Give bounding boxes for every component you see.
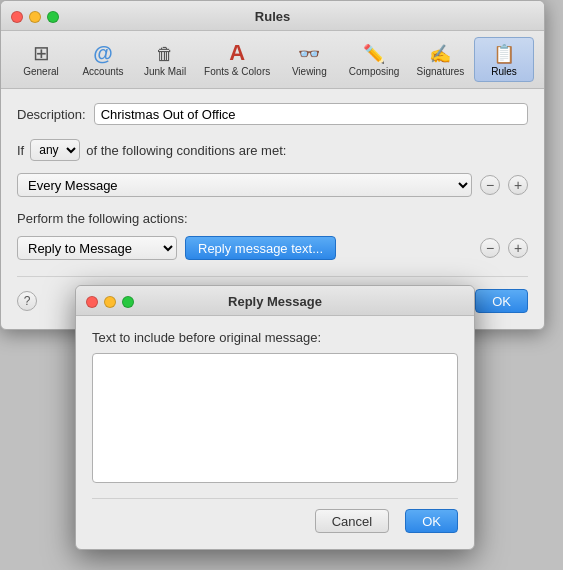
reply-ok-button[interactable]: OK xyxy=(405,509,458,533)
reply-minimize-btn[interactable] xyxy=(104,296,116,308)
toolbar-label-viewing: Viewing xyxy=(292,66,327,77)
reply-maximize-btn[interactable] xyxy=(122,296,134,308)
add-condition-btn[interactable]: + xyxy=(508,175,528,195)
toolbar-label-general: General xyxy=(23,66,59,77)
description-row: Description: xyxy=(17,103,528,125)
reply-textarea[interactable] xyxy=(92,353,458,483)
fonts-icon xyxy=(229,42,245,64)
toolbar-label-rules: Rules xyxy=(491,66,517,77)
if-label: If xyxy=(17,143,24,158)
window-title: Rules xyxy=(255,9,290,24)
actions-label: Perform the following actions: xyxy=(17,211,528,226)
viewing-icon xyxy=(298,42,320,64)
reply-close-btn[interactable] xyxy=(86,296,98,308)
remove-action-btn[interactable]: − xyxy=(480,238,500,258)
actions-row: Reply to Message Move Message Copy Messa… xyxy=(17,236,528,260)
action-select[interactable]: Reply to Message Move Message Copy Messa… xyxy=(17,236,177,260)
close-btn[interactable] xyxy=(11,11,23,23)
condition-select-row: Every Message From To Subject − + xyxy=(17,173,528,197)
toolbar-item-accounts[interactable]: Accounts xyxy=(73,37,133,82)
reply-dialog: Reply Message Text to include before ori… xyxy=(75,285,475,550)
remove-condition-btn[interactable]: − xyxy=(480,175,500,195)
reply-message-text-btn[interactable]: Reply message text... xyxy=(185,236,336,260)
add-action-btn[interactable]: + xyxy=(508,238,528,258)
minimize-btn[interactable] xyxy=(29,11,41,23)
rules-icon xyxy=(493,42,515,64)
help-button[interactable]: ? xyxy=(17,291,37,311)
toolbar-item-viewing[interactable]: Viewing xyxy=(279,37,339,82)
reply-instructions: Text to include before original message: xyxy=(92,330,458,345)
reply-bottom: Cancel OK xyxy=(92,498,458,533)
any-select[interactable]: any all xyxy=(30,139,80,161)
general-icon xyxy=(33,42,50,64)
toolbar: General Accounts Junk Mail Fonts & Color… xyxy=(1,31,544,89)
maximize-btn[interactable] xyxy=(47,11,59,23)
toolbar-label-signatures: Signatures xyxy=(417,66,465,77)
description-label: Description: xyxy=(17,107,86,122)
toolbar-item-signatures[interactable]: Signatures xyxy=(409,37,472,82)
reply-cancel-button[interactable]: Cancel xyxy=(315,509,389,533)
signatures-icon xyxy=(429,42,451,64)
conditions-text: of the following conditions are met: xyxy=(86,143,286,158)
accounts-icon xyxy=(93,42,113,64)
reply-window-controls xyxy=(86,296,134,308)
toolbar-item-general[interactable]: General xyxy=(11,37,71,82)
window-controls xyxy=(11,11,59,23)
toolbar-item-junk[interactable]: Junk Mail xyxy=(135,37,195,82)
reply-title-bar: Reply Message xyxy=(76,286,474,316)
reply-content: Text to include before original message:… xyxy=(76,316,474,549)
condition-select[interactable]: Every Message From To Subject xyxy=(17,173,472,197)
toolbar-item-composing[interactable]: Composing xyxy=(341,37,407,82)
toolbar-label-accounts: Accounts xyxy=(82,66,123,77)
junk-icon xyxy=(156,42,174,64)
description-input[interactable] xyxy=(94,103,528,125)
toolbar-label-composing: Composing xyxy=(349,66,400,77)
conditions-row: If any all of the following conditions a… xyxy=(17,139,528,161)
toolbar-item-fonts[interactable]: Fonts & Colors xyxy=(197,37,277,82)
ok-button[interactable]: OK xyxy=(475,289,528,313)
title-bar: Rules xyxy=(1,1,544,31)
toolbar-label-fonts: Fonts & Colors xyxy=(204,66,270,77)
toolbar-item-rules[interactable]: Rules xyxy=(474,37,534,82)
rules-window: Rules General Accounts Junk Mail Fonts &… xyxy=(0,0,545,330)
composing-icon xyxy=(363,42,385,64)
toolbar-label-junk: Junk Mail xyxy=(144,66,186,77)
reply-dialog-title: Reply Message xyxy=(228,294,322,309)
